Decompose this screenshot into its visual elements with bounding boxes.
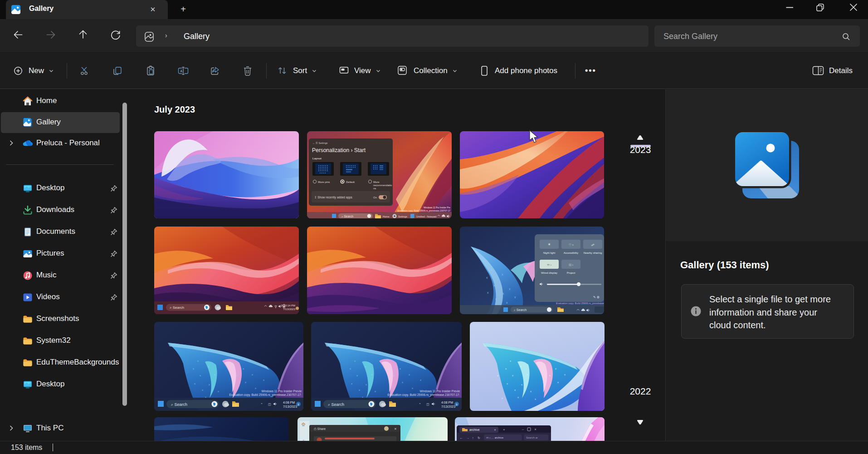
svg-text:⌕ Search: ⌕ Search [171,402,187,407]
svg-text:Personalization › Start: Personalization › Start [312,147,366,153]
svg-text:x: x [520,365,522,368]
svg-text:Accessibility: Accessibility [564,252,579,254]
svg-text:Wired display: Wired display [541,271,557,274]
svg-text:⌕ Search: ⌕ Search [513,308,527,311]
svg-text:Evaluation copy. Build 25906.r: Evaluation copy. Build 25906.rs_prerelea… [398,210,451,212]
svg-text:x: x [564,373,566,376]
svg-text:Windows 11 Pro Insider Previe: Windows 11 Pro Insider Previe [262,390,302,393]
svg-text:x: x [493,284,495,287]
svg-text:4:08 PM: 4:08 PM [441,401,453,404]
svg-text:⌃: ⌃ [260,403,263,406]
svg-text:Evaluation copy. Build 25906.r: Evaluation copy. Build 25906.rs_prerelea… [229,393,302,397]
svg-text:✕: ✕ [394,427,397,430]
svg-text:x: x [491,268,493,271]
svg-text:x: x [263,379,264,381]
svg-text:◫: ◫ [268,403,271,406]
svg-text:Windows 11 Pro Insider Pre: Windows 11 Pro Insider Pre [424,207,450,209]
svg-text:Project: Project [567,271,575,274]
svg-text:◫ ›: ◫ › [569,263,573,266]
svg-text:x: x [527,373,528,376]
svg-text:x: x [510,360,511,362]
svg-text:x: x [237,374,238,377]
svg-text:x: x [487,291,489,294]
svg-text:+: + [503,428,505,432]
svg-text:↻: ↻ [478,436,480,439]
svg-text:↧ Show recently added apps: ↧ Show recently added apps [314,196,353,199]
svg-text:x: x [495,297,497,301]
svg-text:x: x [366,383,367,386]
svg-text:Windows 11 Pro Insider Previe: Windows 11 Pro Insider Previe [420,390,460,393]
svg-text:← ☰ Settings: ← ☰ Settings [312,142,328,144]
svg-text:x: x [197,360,199,362]
svg-text:On: On [373,196,377,199]
svg-text:Untitled - Notepad: Untitled - Notepad [416,215,436,218]
svg-text:x: x [502,397,503,400]
svg-text:x: x [202,389,203,391]
svg-text:x: x [354,360,356,362]
svg-text:✕: ✕ [494,429,496,431]
svg-text:Evaluation copy. Build 25906.r: Evaluation copy. Build 25906.rs_prerelea… [556,302,604,305]
svg-text:x: x [200,374,201,377]
svg-text:x: x [509,287,511,291]
svg-text:4:08 PM: 4:08 PM [283,401,295,404]
svg-text:x: x [255,387,256,390]
svg-text:7/13/2023: 7/13/2023 [283,405,297,408]
svg-text:x: x [400,367,401,370]
svg-text:x: x [394,374,395,377]
svg-text:♡ ›: ♡ › [569,243,574,247]
svg-text:x: x [218,390,219,393]
svg-text:→: → [466,436,469,440]
svg-text:▭ › … archive: ▭ › … archive [486,436,504,439]
svg-text:x: x [535,398,536,400]
svg-text:x: x [245,381,246,384]
svg-text:x: x [502,292,504,295]
svg-text:←: ← [459,436,463,440]
svg-text:✕: ✕ [534,428,536,431]
svg-text:x: x [555,367,556,370]
svg-text:x: x [514,296,516,299]
svg-text:⎙ Share: ⎙ Share [314,427,326,430]
svg-text:x: x [365,365,366,368]
svg-text:x: x [359,389,360,391]
svg-text:x: x [512,374,513,377]
svg-text:x: x [412,387,413,390]
svg-text:x: x [375,390,376,393]
svg-text:Layout: Layout [312,157,322,160]
svg-text:☍: ☍ [591,243,594,247]
svg-text:⌕ Search: ⌕ Search [341,215,353,218]
svg-text:─: ─ [522,428,524,431]
svg-text:x: x [243,367,244,370]
svg-text:x: x [502,273,503,276]
svg-text:x: x [530,390,532,393]
svg-text:ns: ns [373,187,376,190]
svg-text:x: x [420,379,421,381]
svg-text:✎ ⚙: ✎ ⚙ [593,296,600,299]
svg-text:More pins: More pins [318,181,330,183]
svg-text:x: x [351,382,352,385]
svg-text:x: x [486,276,488,279]
svg-text:archive: archive [469,428,480,431]
svg-text:x: x [194,382,195,385]
svg-text:5:13:14 PM: 5:13:14 PM [281,304,295,307]
svg-text:7/13/2023: 7/13/2023 [283,308,295,311]
svg-text:x: x [517,396,519,399]
svg-text:Evaluation copy. Build 25906.r: Evaluation copy. Build 25906.rs_prerelea… [387,393,460,397]
svg-text:x: x [497,374,498,377]
svg-text:x: x [507,382,508,385]
svg-text:⌕ Search: ⌕ Search [170,306,184,310]
svg-text:x: x [409,373,410,376]
svg-text:x: x [514,389,516,391]
svg-text:x: x [371,373,372,376]
svg-text:▭ ›: ▭ › [547,263,551,266]
svg-text:x: x [402,381,403,384]
svg-text:x: x [505,367,507,370]
svg-text:⌃: ⌃ [419,403,421,406]
svg-text:Search ar: Search ar [526,436,538,439]
svg-text:x: x [521,383,522,386]
svg-text:◫: ◫ [426,403,429,406]
svg-text:Night light: Night light [543,252,556,254]
svg-text:x: x [209,383,210,386]
svg-text:x: x [208,365,209,368]
svg-text:Nearby sharing: Nearby sharing [584,252,602,254]
svg-text:☀: ☀ [547,242,551,247]
